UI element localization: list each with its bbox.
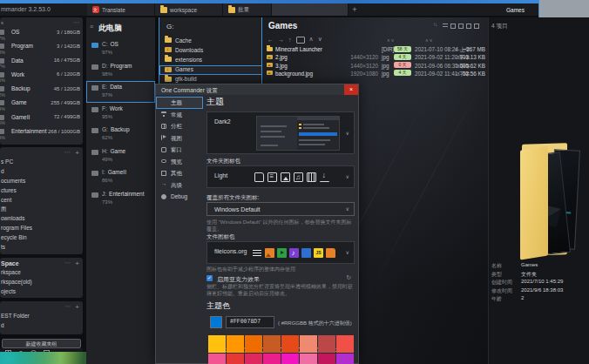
tab-translate[interactable]: Translate — [87, 3, 155, 16]
drive-row[interactable]: GameII 72 / 499GB 86% — [0, 113, 83, 127]
palette-color[interactable] — [227, 354, 244, 364]
palette-color[interactable] — [336, 335, 354, 353]
palette-color[interactable] — [318, 354, 335, 364]
palette-color[interactable] — [208, 335, 226, 353]
sort-date-icon[interactable]: ∧∨ — [425, 37, 433, 43]
folder-row[interactable]: Cache — [159, 36, 262, 45]
file-row[interactable]: 3.jpg 1440×3120 jpg 0 天 2021-09-06 06:35… — [262, 62, 489, 70]
workspace-item[interactable]: rkspace — [0, 268, 83, 278]
hex-color-input[interactable]: #FF0078D7 — [226, 316, 274, 328]
palette-color[interactable] — [263, 335, 281, 353]
palette-color[interactable] — [281, 354, 299, 364]
sort-icon[interactable] — [433, 24, 440, 29]
settings-nav-item[interactable]: 预览 — [156, 156, 203, 168]
titlebar[interactable]: mmander 3.2.53.0 Translate workspace 批量 … — [0, 3, 589, 16]
settings-nav-item[interactable]: 分栏 — [156, 120, 203, 132]
drive-row[interactable]: Game 255 / 499GB 49% — [0, 98, 83, 112]
preview-toggle-icon[interactable] — [466, 24, 471, 29]
palette-color[interactable] — [318, 335, 335, 353]
panel-menu-icon[interactable]: ⋯ — [64, 260, 71, 266]
chevron-down-icon[interactable]: ∨ — [346, 173, 349, 179]
chevron-down-icon[interactable]: ∨ — [346, 206, 349, 212]
drive-row[interactable]: Program 3 / 142GB 98% — [0, 42, 83, 56]
new-favorites-group-button[interactable]: 新建收藏夹组 — [2, 339, 81, 348]
drive-row[interactable]: OS 3 / 186GB 97% — [0, 28, 83, 42]
sort-type-icon[interactable]: ∧∨ — [387, 37, 395, 43]
acrylic-checkbox[interactable]: ✓ — [206, 275, 213, 281]
menu-icon[interactable]: ≡ — [90, 24, 93, 30]
tab-workspace[interactable]: workspace — [155, 3, 223, 16]
close-icon[interactable]: × — [344, 84, 358, 95]
favorite-item[interactable]: ts — [0, 243, 83, 253]
override-dropdown[interactable]: Windows Default ∨ — [206, 202, 355, 216]
favorite-item[interactable]: ctures — [0, 186, 83, 196]
favorite-item[interactable]: ecycle Bin — [0, 233, 83, 243]
drive-row[interactable]: Entertainment 268 / 1000GB 73% — [0, 127, 83, 141]
add-workspace-icon[interactable]: + — [75, 260, 79, 267]
chevron-down-icon[interactable]: ∨ — [346, 130, 349, 136]
folder-row[interactable]: Games — [159, 65, 262, 75]
view-mode-icon[interactable] — [443, 24, 448, 29]
favorite-item[interactable]: ownloads — [0, 214, 83, 224]
palette-color[interactable] — [336, 354, 354, 364]
drive-row[interactable]: Backup 45 / 120GB 62% — [0, 84, 83, 98]
settings-nav-item[interactable]: 高级 — [156, 179, 203, 192]
file-row[interactable]: Minecraft Launcher [DIR] 58 天 2021-07-10… — [262, 45, 489, 53]
new-folder-icon[interactable] — [296, 37, 305, 44]
settings-nav-item[interactable]: 窗口 — [156, 144, 203, 156]
favorite-item[interactable]: 面 — [0, 205, 83, 214]
back-icon[interactable]: ← — [267, 37, 274, 43]
file-row[interactable]: background.jpg 1920×1080 jpg 4 天 2021-09… — [262, 70, 489, 78]
drive-row[interactable]: Data 16 / 475GB 97% — [0, 57, 83, 71]
folder-row[interactable]: extensions — [159, 55, 262, 64]
theme-selector[interactable]: Dark2 ∨ — [206, 111, 355, 154]
favorite-item[interactable]: rogram Files — [0, 224, 83, 233]
settings-nav-item[interactable]: Debug — [156, 191, 203, 203]
new-tab-button[interactable]: + — [349, 3, 361, 16]
up-icon[interactable]: ↑ — [288, 37, 292, 43]
palette-color[interactable] — [300, 335, 317, 353]
palette-color[interactable] — [208, 354, 226, 364]
new-file-icon[interactable] — [450, 24, 456, 29]
file-icon-pack-selector[interactable]: fileicons.org ∨ — [206, 241, 355, 264]
expand-icon[interactable]: ∨ — [318, 36, 322, 43]
panel-menu-icon[interactable]: ⋯ — [73, 19, 79, 26]
drive-row[interactable]: D:Program 98% — [86, 60, 155, 82]
drive-row[interactable]: J:Entertainment 73% — [86, 188, 155, 210]
palette-color[interactable] — [281, 335, 299, 353]
folder-row[interactable]: Downloads — [159, 45, 262, 55]
chevron-down-icon[interactable]: ∨ — [346, 249, 349, 255]
drive-row[interactable]: F:Work 95% — [86, 103, 155, 125]
settings-nav-item[interactable]: 主题 — [156, 97, 203, 109]
workspace-item[interactable]: ojects — [0, 287, 83, 297]
dialog-titlebar[interactable]: One Commander 设置 × — [156, 84, 358, 95]
test-item[interactable]: d — [0, 321, 83, 331]
palette-color[interactable] — [300, 354, 317, 364]
copy-icon[interactable] — [458, 24, 464, 29]
palette-color[interactable] — [263, 354, 281, 364]
test-item[interactable]: EST Folder — [0, 312, 83, 321]
favorite-item[interactable]: d — [0, 167, 83, 177]
folder-icon-pack-selector[interactable]: Light ∨ — [206, 165, 355, 188]
workspace-item[interactable]: rkspace(old) — [0, 278, 83, 287]
accent-color-swatch[interactable] — [210, 316, 222, 328]
drive-row[interactable]: Work 6 / 120GB 95% — [0, 71, 83, 84]
tab-batch[interactable]: 批量 — [223, 3, 272, 16]
palette-color[interactable] — [227, 335, 244, 353]
panel-menu-icon[interactable]: ⋯ — [64, 303, 71, 310]
settings-nav-item[interactable]: 其他 — [156, 167, 203, 179]
tab-games[interactable]: Games — [272, 3, 349, 16]
add-item-icon[interactable]: + — [75, 303, 79, 311]
favorite-item[interactable]: s PC — [0, 158, 83, 167]
favorite-item[interactable]: cent — [0, 196, 83, 206]
favorite-item[interactable]: ocuments — [0, 177, 83, 186]
palette-color[interactable] — [245, 354, 262, 364]
palette-color[interactable] — [245, 335, 262, 353]
drive-row[interactable]: I:GameII 86% — [86, 166, 155, 188]
file-row[interactable]: 2.jpg 1440×3120 jpg 4 天 2021-09-02 11:20… — [262, 53, 489, 61]
settings-nav-item[interactable]: 常规 — [156, 109, 203, 121]
collapse-icon[interactable]: ∧ — [309, 36, 314, 43]
forward-icon[interactable]: → — [278, 37, 284, 43]
delete-icon[interactable] — [474, 24, 479, 29]
add-favorite-icon[interactable]: + — [75, 149, 79, 157]
